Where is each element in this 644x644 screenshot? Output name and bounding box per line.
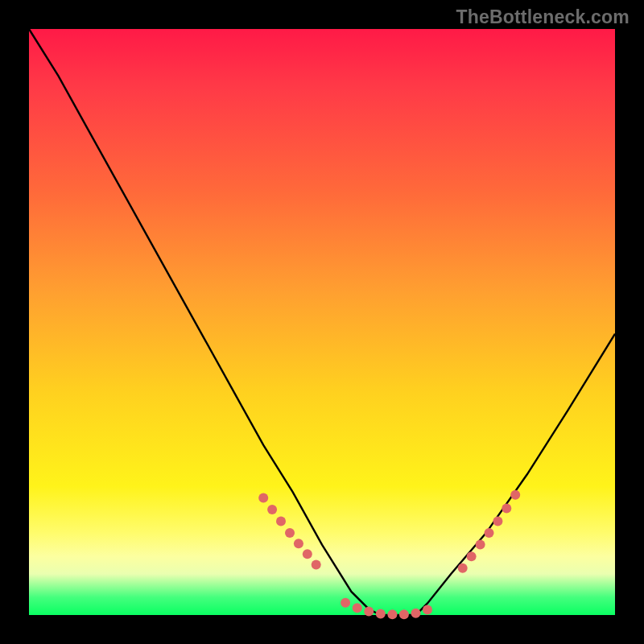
marker-dot	[423, 605, 432, 614]
marker-dot	[353, 603, 362, 613]
curve-markers	[258, 490, 520, 620]
plot-area	[29, 29, 615, 615]
marker-dot	[467, 551, 477, 561]
bottleneck-curve	[29, 29, 615, 615]
marker-dot	[376, 609, 386, 619]
marker-dot	[341, 598, 350, 608]
marker-dot	[312, 559, 321, 569]
marker-dot	[267, 505, 277, 514]
marker-dot	[294, 539, 303, 548]
marker-dot	[364, 607, 374, 617]
marker-dot	[399, 609, 409, 619]
marker-dot	[502, 504, 511, 514]
watermark-label: TheBottleneck.com	[456, 6, 630, 28]
marker-dot	[476, 540, 485, 550]
chart-frame: TheBottleneck.com	[0, 0, 644, 644]
marker-dot	[303, 549, 312, 559]
marker-dot	[258, 493, 268, 502]
marker-dot	[411, 609, 421, 618]
marker-dot	[510, 490, 520, 500]
marker-dot	[276, 517, 286, 526]
curve-line	[29, 29, 615, 615]
marker-dot	[493, 517, 502, 526]
marker-dot	[285, 528, 295, 538]
marker-dot	[458, 564, 468, 573]
marker-dot	[485, 528, 494, 538]
marker-dot	[387, 609, 397, 619]
